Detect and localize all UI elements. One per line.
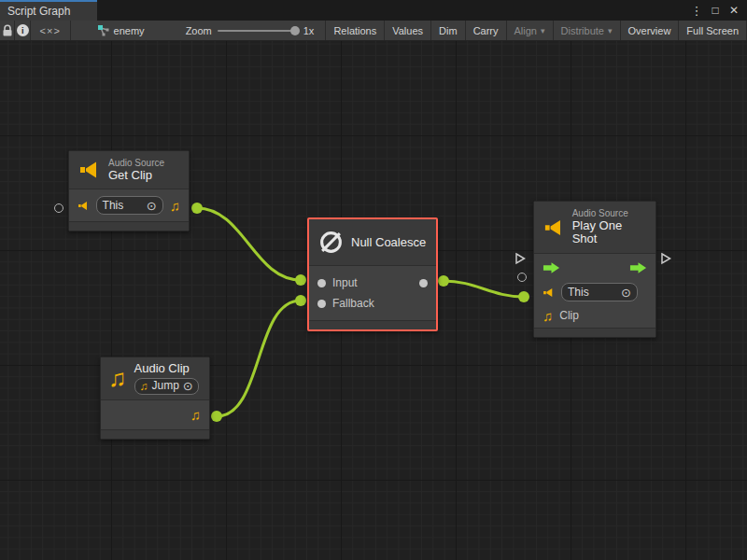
zoom-control: Zoom 1x [178,21,327,40]
null-coalesce-icon [318,230,344,255]
node-play-one-shot[interactable]: Audio Source Play One Shot This ⊙ [533,201,656,338]
this-port-row: This ⊙ [534,281,655,303]
node-title: Null Coalesce [351,235,426,249]
object-picker-icon[interactable]: ⊙ [183,380,193,392]
wire-endpoint[interactable] [438,275,449,287]
audio-clip-field[interactable]: ♫ Jump ⊙ [134,378,199,395]
node-title: Play One Shot [572,219,646,247]
audio-clip-output-icon[interactable]: ♫ [190,408,201,422]
graph-icon [97,24,109,36]
wire-endpoint[interactable] [211,411,222,422]
graph-name: enemy [114,25,145,36]
carry-button[interactable]: Carry [466,21,507,40]
object-picker-icon[interactable]: ⊙ [147,200,157,212]
node-footer [309,320,436,329]
fallback-port[interactable] [317,300,326,308]
dim-button[interactable]: Dim [431,21,466,40]
music-note-icon: ♫ [543,309,553,323]
audio-clip-icon: ♫ [108,366,127,390]
maximize-icon[interactable]: □ [708,4,723,17]
node-port-row: This ⊙ ♫ [69,189,189,221]
tab-bar: Script Graph ⋮ □ ✕ [0,0,747,21]
flow-out-arrow-icon[interactable] [629,261,647,274]
wire-audioclip-to-fallback[interactable] [217,301,301,416]
code-icon: <×> [40,25,61,36]
node-null-coalesce[interactable]: Null Coalesce Input Fallback [307,217,438,331]
toolbar-buttons: Relations Values Dim Carry Align ▾ Distr… [326,21,747,40]
this-dropdown[interactable]: This ⊙ [561,283,638,301]
output-port[interactable] [419,279,428,287]
input-port[interactable] [317,279,326,287]
wire-endpoint[interactable] [191,203,203,214]
audio-source-icon [78,200,90,212]
clip-port-row: ♫ Clip [534,303,655,328]
window-controls: ⋮ □ ✕ [689,0,747,21]
audio-source-icon [543,287,555,299]
fallback-port-row: Fallback [309,293,436,314]
play-one-shot-this-port[interactable] [517,273,527,282]
graph-canvas[interactable]: Audio Source Get Clip This ⊙ ♫ [0,41,747,560]
wire-endpoint[interactable] [295,274,306,286]
music-note-icon: ♫ [140,381,148,392]
tab-script-graph[interactable]: Script Graph [0,0,97,21]
lock-button[interactable] [0,21,15,40]
node-header[interactable]: Audio Source Play One Shot [534,202,655,254]
flow-in-arrow-icon[interactable] [543,261,560,274]
code-view-button[interactable]: <×> [31,21,71,40]
input-port-row: Input [309,273,436,293]
node-footer [534,328,655,337]
chevron-down-icon: ▾ [608,26,613,35]
distribute-button: Distribute ▾ [554,21,621,40]
wire-output-to-clip[interactable] [444,281,524,297]
node-category: Audio Source [108,158,164,169]
window-menu-icon[interactable]: ⋮ [689,4,704,18]
flow-port-row [534,254,655,281]
align-button: Align ▾ [507,21,554,40]
node-header[interactable]: ♫ Audio Clip ♫ Jump ⊙ [101,357,209,400]
script-graph-window: Script Graph ⋮ □ ✕ i <×> [0,0,747,560]
wire-endpoint[interactable] [295,295,306,306]
tab-label: Script Graph [7,5,70,18]
play-one-shot-flow-in-port[interactable] [514,252,526,265]
lock-icon [1,23,14,37]
node-audio-clip[interactable]: ♫ Audio Clip ♫ Jump ⊙ ♫ [100,357,210,440]
overview-button[interactable]: Overview [621,21,680,40]
fullscreen-button[interactable]: Full Screen [679,21,747,40]
wire-endpoint[interactable] [518,291,529,302]
wire-getclip-to-input[interactable] [197,208,301,280]
audio-clip-output-icon[interactable]: ♫ [170,199,180,213]
zoom-value: 1x [303,25,315,36]
node-get-clip[interactable]: Audio Source Get Clip This ⊙ ♫ [68,150,190,231]
zoom-label: Zoom [186,25,212,36]
audio-source-icon [78,159,101,181]
info-icon: i [17,24,29,36]
this-dropdown[interactable]: This ⊙ [96,196,163,215]
values-button[interactable]: Values [385,21,431,40]
node-footer [101,429,209,439]
graph-breadcrumb[interactable]: enemy [88,21,154,40]
zoom-slider[interactable] [218,30,298,32]
chevron-down-icon: ▾ [541,26,545,35]
close-icon[interactable]: ✕ [726,4,741,17]
graph-toolbar: i <×> enemy Zoom 1x Relations Values [0,21,747,41]
node-header[interactable]: Null Coalesce [309,219,436,266]
node-port-row: ♫ [101,400,209,429]
object-picker-icon[interactable]: ⊙ [621,287,631,299]
audio-source-icon [543,217,565,239]
info-button[interactable]: i [15,21,30,40]
relations-button[interactable]: Relations [326,21,385,40]
node-category: Audio Source [572,208,646,219]
node-title: Get Clip [108,169,164,183]
node-footer [69,221,189,231]
node-header[interactable]: Audio Source Get Clip [69,151,189,189]
play-one-shot-flow-out-port[interactable] [660,252,671,265]
zoom-slider-handle[interactable] [290,26,300,35]
get-clip-this-port[interactable] [54,203,63,213]
node-title: Audio Clip [134,362,199,376]
